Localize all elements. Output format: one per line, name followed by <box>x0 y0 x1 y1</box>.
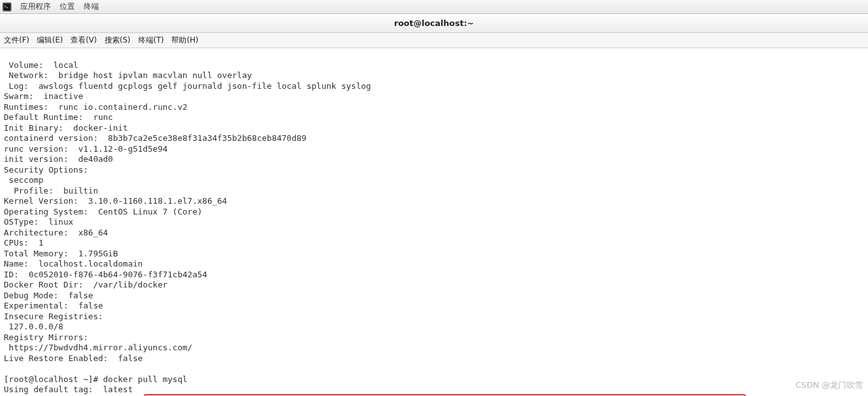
error-highlight: Get "https://registry-1.docker.io/v2/": … <box>144 394 746 397</box>
out-line: seccomp <box>4 175 44 185</box>
out-line: Kernel Version: 3.10.0-1160.118.1.el7.x8… <box>4 196 227 206</box>
out-line: Default Runtime: runc <box>4 112 113 122</box>
menu-file[interactable]: 文件(F) <box>4 35 29 46</box>
out-line: Network: bridge host ipvlan macvlan null… <box>4 70 252 80</box>
out-line: 127.0.0.0/8 <box>4 322 63 331</box>
terminal-output[interactable]: Volume: local Network: bridge host ipvla… <box>0 48 868 396</box>
out-line: Swarm: inactive <box>4 91 83 101</box>
window-title: root@localhost:~ <box>394 18 474 28</box>
terminal-menubar: 文件(F) 编辑(E) 查看(V) 搜索(S) 终端(T) 帮助(H) <box>0 33 868 48</box>
menu-edit[interactable]: 编辑(E) <box>37 35 63 46</box>
out-line: Architecture: x86_64 <box>4 228 108 237</box>
out-line: Volume: local <box>4 60 78 70</box>
panel-applications[interactable]: 应用程序 <box>20 1 51 12</box>
out-line: Operating System: CentOS Linux 7 (Core) <box>4 207 202 216</box>
out-line: https://7bwdvdh4.mirror.aliyuncs.com/ <box>4 343 192 352</box>
out-line: Registry Mirrors: <box>4 333 88 342</box>
panel-terminal[interactable]: 终端 <box>84 1 99 12</box>
out-line: Init Binary: docker-init <box>4 123 128 133</box>
out-line: Total Memory: 1.795GiB <box>4 249 118 258</box>
out-line: Using default tag: latest <box>4 385 133 394</box>
out-line: Insecure Registries: <box>4 312 103 321</box>
out-line: runc version: v1.1.12-0-g51d5e94 <box>4 144 167 154</box>
out-line: Security Options: <box>4 165 88 175</box>
out-line: Debug Mode: false <box>4 291 93 300</box>
desktop-top-panel: 应用程序 位置 终端 <box>0 0 868 14</box>
menu-view[interactable]: 查看(V) <box>70 35 97 46</box>
window-titlebar[interactable]: root@localhost:~ <box>0 14 868 33</box>
out-line: Runtimes: runc io.containerd.runc.v2 <box>4 102 188 112</box>
panel-places[interactable]: 位置 <box>60 1 75 12</box>
terminal-app-icon <box>3 3 11 11</box>
out-line: Experimental: false <box>4 301 103 310</box>
out-line: Docker Root Dir: /var/lib/docker <box>4 280 167 289</box>
prompt-line: [root@localhost ~]# docker pull mysql <box>4 374 188 384</box>
out-line: Name: localhost.localdomain <box>4 259 143 268</box>
menu-search[interactable]: 搜索(S) <box>105 35 131 46</box>
out-line: Log: awslogs fluentd gcplogs gelf journa… <box>4 81 371 91</box>
out-line: containerd version: 8b3b7ca2e5ce38e8f31a… <box>4 133 306 143</box>
out-line: Live Restore Enabled: false <box>4 353 143 363</box>
out-line: Profile: builtin <box>4 186 98 195</box>
out-line: init version: de40ad0 <box>4 154 113 164</box>
menu-terminal[interactable]: 终端(T) <box>138 35 164 46</box>
out-line: CPUs: 1 <box>4 238 44 248</box>
menu-help[interactable]: 帮助(H) <box>171 35 198 46</box>
out-line: OSType: linux <box>4 217 74 227</box>
out-line: ID: 0c052010-f876-4b64-9076-f3f71cb42a54 <box>4 270 207 279</box>
